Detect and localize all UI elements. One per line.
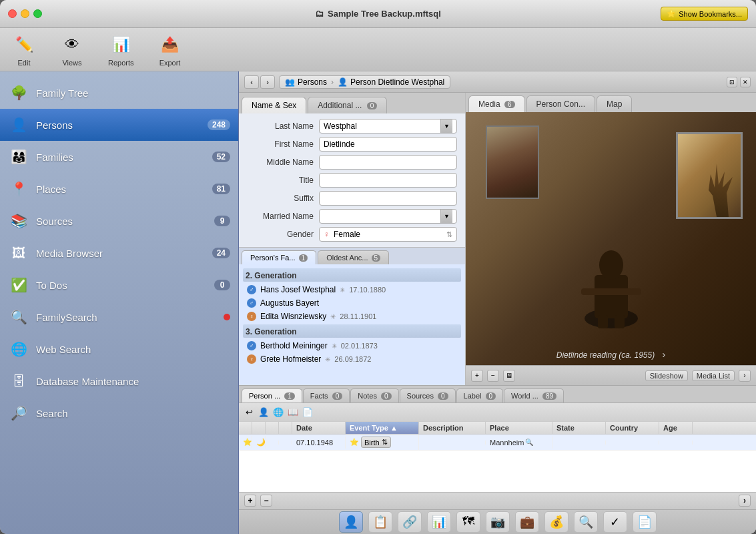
person-avatar: ♂ <box>247 285 256 294</box>
edit-button[interactable]: ✏️ Edit <box>7 30 41 69</box>
col-country[interactable]: Country <box>606 422 659 434</box>
col-state[interactable]: State <box>552 422 606 434</box>
tool-search-button[interactable]: 🔍 <box>574 511 598 533</box>
tab-label[interactable]: Label 0 <box>456 388 504 403</box>
table-book-icon[interactable]: 📖 <box>287 407 299 419</box>
zoom-button[interactable] <box>33 9 42 18</box>
subtab-persons-family[interactable]: Person's Fa... 1 <box>242 250 316 264</box>
sidebar-item-search[interactable]: 🔎 Search <box>0 397 238 429</box>
sidebar-item-media-browser[interactable]: 🖼 Media Browser 24 <box>0 237 238 269</box>
svg-rect-3 <box>581 288 641 295</box>
tab-map[interactable]: Map <box>597 95 632 112</box>
married-name-dropdown[interactable]: ▼ <box>440 210 452 223</box>
tab-facts[interactable]: Facts 0 <box>303 388 350 403</box>
minimize-button[interactable] <box>21 9 29 18</box>
person-avatar: ♀ <box>247 312 256 321</box>
tab-notes[interactable]: Notes 0 <box>350 388 398 403</box>
remove-photo-button[interactable]: − <box>487 370 499 382</box>
sidebar-item-database-maintenance[interactable]: 🗄 Database Maintenance <box>0 365 238 397</box>
tab-person-events[interactable]: Person ... 1 <box>242 388 302 403</box>
col-age[interactable]: Age <box>659 422 693 434</box>
next-photo-arrow[interactable]: › <box>663 349 666 360</box>
table-back-icon[interactable]: ↩ <box>243 407 255 419</box>
sidebar-item-familysearch[interactable]: 🔍 FamilySearch <box>0 301 238 333</box>
reports-button[interactable]: 📊 Reports <box>103 30 139 69</box>
add-photo-button[interactable]: + <box>471 370 483 382</box>
sidebar-item-todos[interactable]: ✅ To Dos 0 <box>0 269 238 301</box>
tool-person-icon: 👤 <box>344 515 358 529</box>
restore-button[interactable]: ⊡ <box>727 77 737 87</box>
photo-controls: + − 🖥 Slideshow Media List › <box>466 365 756 385</box>
col-event-type[interactable]: Event Type ▲ <box>346 422 419 434</box>
sidebar-item-sources[interactable]: 📚 Sources 9 <box>0 205 238 237</box>
row-event-type[interactable]: ⭐ Birth ⇅ <box>346 435 419 450</box>
tab-sources[interactable]: Sources 0 <box>400 388 456 403</box>
sidebar-item-families[interactable]: 👨‍👩‍👧 Families 52 <box>0 141 238 173</box>
tab-additional[interactable]: Additional ... 0 <box>308 97 387 113</box>
bookmarks-button[interactable]: ⭐ Show Bookmarks... <box>661 7 748 21</box>
subtab-oldest-ancestor[interactable]: Oldest Anc... 5 <box>318 250 389 264</box>
photo-display-button[interactable]: 🖥 <box>503 370 515 382</box>
event-type-dropdown[interactable]: Birth ⇅ <box>361 437 391 448</box>
tool-case-button[interactable]: 💼 <box>515 511 539 533</box>
col-description[interactable]: Description <box>419 422 486 434</box>
middle-name-input[interactable] <box>319 155 457 170</box>
tool-person-button[interactable]: 👤 <box>339 511 363 533</box>
tool-chart-button[interactable]: 📊 <box>427 511 451 533</box>
list-item[interactable]: ♀ Edita Wisnziewsky ✳ 28.11.1901 <box>243 310 461 323</box>
close-panel-button[interactable]: ✕ <box>740 77 751 87</box>
col-place[interactable]: Place <box>486 422 552 434</box>
row-state <box>552 441 606 445</box>
tool-map-button[interactable]: 🗺 <box>456 511 480 533</box>
tool-connect-button[interactable]: 🔗 <box>398 511 422 533</box>
married-name-input[interactable]: ▼ <box>319 209 457 224</box>
suffix-input[interactable] <box>319 191 457 206</box>
forward-button[interactable]: › <box>260 75 275 89</box>
last-name-dropdown[interactable]: ▼ <box>440 119 452 133</box>
export-button[interactable]: 📤 Export <box>153 30 187 69</box>
tool-document-button[interactable]: 📄 <box>633 511 657 533</box>
table-person-icon[interactable]: 👤 <box>258 407 270 419</box>
slideshow-button[interactable]: Slideshow <box>645 370 688 381</box>
remove-event-button[interactable]: − <box>260 495 272 507</box>
tool-check-button[interactable]: ✓ <box>603 511 627 533</box>
add-event-button[interactable]: + <box>244 495 256 507</box>
col-date[interactable]: Date <box>292 422 346 434</box>
place-search-icon[interactable]: 🔍 <box>525 439 533 446</box>
last-name-input[interactable]: Westphal ▼ <box>319 119 457 134</box>
first-name-label: First Name <box>247 140 314 149</box>
sidebar-item-web-search[interactable]: 🌐 Web Search <box>0 333 238 365</box>
tab-person-connections[interactable]: Person Con... <box>526 95 595 112</box>
tab-world[interactable]: World ... 89 <box>504 388 564 403</box>
table-doc-icon[interactable]: 📄 <box>302 407 314 419</box>
bottom-tabs-row: Person ... 1 Facts 0 Notes 0 Sources 0 L <box>239 386 756 403</box>
table-globe-icon[interactable]: 🌐 <box>272 407 284 419</box>
back-button[interactable]: ‹ <box>244 75 259 89</box>
list-item[interactable]: ♂ Berthold Meininger ✳ 02.01.1873 <box>243 339 461 352</box>
list-item[interactable]: ♀ Grete Hofmeister ✳ 26.09.1872 <box>243 352 461 366</box>
close-button[interactable] <box>8 9 17 18</box>
table-row[interactable]: ⭐ 🌙 07.10.1948 ⭐ Birth ⇅ <box>239 435 756 451</box>
first-name-input[interactable] <box>319 137 457 152</box>
views-button[interactable]: 👁 Views <box>55 30 89 69</box>
media-list-button[interactable]: Media List <box>692 370 735 381</box>
tool-case-icon: 💼 <box>520 515 534 529</box>
tool-money-button[interactable]: 💰 <box>544 511 569 533</box>
photo-frame-left <box>486 125 539 199</box>
list-item[interactable]: ♂ Augustus Bayert <box>243 296 461 310</box>
next-media-button[interactable]: › <box>739 370 751 382</box>
gender-select[interactable]: ♀ Female ⇅ <box>319 227 457 242</box>
sidebar-item-persons[interactable]: 👤 Persons 248 <box>0 109 238 141</box>
tool-photo-icon: 📷 <box>490 515 505 529</box>
breadcrumb-persons[interactable]: Persons <box>298 77 327 87</box>
gender-icon: ♀ <box>324 230 330 239</box>
tab-name-sex[interactable]: Name & Sex <box>242 97 306 113</box>
title-input[interactable] <box>319 173 457 188</box>
list-item[interactable]: ♂ Hans Josef Westphal ✳ 17.10.1880 <box>243 283 461 296</box>
tab-media[interactable]: Media 6 <box>468 95 525 112</box>
scroll-right-button[interactable]: › <box>739 495 751 507</box>
sidebar-item-places[interactable]: 📍 Places 81 <box>0 173 238 205</box>
tool-photo-button[interactable]: 📷 <box>486 511 510 533</box>
tool-list-button[interactable]: 📋 <box>368 511 392 533</box>
sidebar-item-family-tree[interactable]: 🌳 Family Tree <box>0 77 238 109</box>
